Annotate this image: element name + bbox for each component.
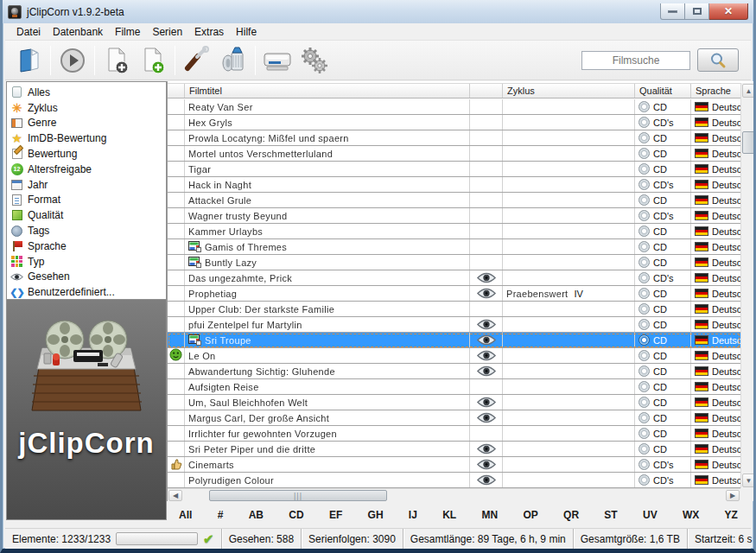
table-row[interactable]: Buntly LazyCDDeutsch xyxy=(168,255,740,270)
menu-item-datei[interactable]: Datei xyxy=(10,24,47,40)
search-button[interactable] xyxy=(697,48,739,72)
table-row[interactable]: ProphetiagPraebenswert IVCDDeutsch xyxy=(168,286,740,302)
alphabet-filter-op[interactable]: OP xyxy=(523,509,537,521)
cd-icon xyxy=(638,132,650,143)
sidebar-item-format[interactable]: Format xyxy=(9,193,164,208)
horizontal-scrollbar[interactable]: ◀ ||| ▶ xyxy=(168,488,740,501)
sidebar-item-benutzerdefiniert[interactable]: ❮❯Benutzerdefiniert... xyxy=(9,284,164,300)
quality-label: CD xyxy=(653,444,667,454)
alphabet-filter-mn[interactable]: MN xyxy=(481,509,498,521)
table-row[interactable]: Hack in NaghtCD'sDeutsch xyxy=(168,177,740,193)
table-row[interactable]: Kammer UrlaybsCDDeutsch xyxy=(168,224,740,239)
search-input[interactable] xyxy=(581,51,690,70)
table-row[interactable]: pfui Zentelpel fur MartylinCDDeutsch xyxy=(168,317,740,333)
menu-item-hilfe[interactable]: Hilfe xyxy=(230,24,263,40)
play-icon[interactable] xyxy=(54,43,91,78)
column-header-zyklus[interactable]: Zyklus xyxy=(503,84,635,98)
movie-title: Gamis of Thremes xyxy=(205,242,287,252)
alphabet-filter-ij[interactable]: IJ xyxy=(409,509,417,521)
table-row[interactable]: Upper Club: Der starkste FamilieCDDeutsc… xyxy=(168,302,740,317)
table-row[interactable]: TigarCDDeutsch xyxy=(168,162,740,177)
tools-icon[interactable] xyxy=(179,43,215,78)
table-row[interactable]: Abwandertung Sichtig: GluhendeCDDeutsch xyxy=(168,364,740,379)
minimize-button[interactable] xyxy=(660,3,685,20)
sidebar-item-qualit-t[interactable]: Qualität xyxy=(9,207,164,223)
add-series-icon[interactable] xyxy=(135,43,171,78)
table-row[interactable]: CinemartsCD'sDeutsch xyxy=(168,457,740,473)
table-row[interactable]: Irrlichter fur gewohnten VorzugenCDDeuts… xyxy=(168,426,740,442)
sidebar-item-alles[interactable]: Alles xyxy=(9,85,164,100)
alphabet-filter-st[interactable]: ST xyxy=(604,509,617,521)
alphabet-filter-qr[interactable]: QR xyxy=(563,509,579,521)
smiley-icon xyxy=(169,348,182,363)
column-header-blank[interactable] xyxy=(168,84,185,98)
menu-item-serien[interactable]: Serien xyxy=(146,24,188,40)
alphabet-filter-all[interactable]: All xyxy=(179,509,192,521)
alphabet-filter-kl[interactable]: KL xyxy=(442,509,456,521)
table-row[interactable]: Wagner trusty BeyundCD'sDeutsch xyxy=(168,208,740,224)
table-row[interactable]: Margus Carl, Der große AnsichtCDDeutsch xyxy=(168,410,740,426)
scan-icon[interactable] xyxy=(259,43,295,78)
sidebar-item-genre[interactable]: Genre xyxy=(9,116,164,131)
sidebar-item-typ[interactable]: Typ xyxy=(9,254,164,270)
sidebar-item-altersfreigabe[interactable]: 12Altersfreigabe xyxy=(9,162,164,177)
table-row[interactable]: Reaty Van SerCDDeutsch xyxy=(168,99,740,115)
column-header-sprache[interactable]: Sprache xyxy=(691,84,740,98)
sidebar-item-gesehen[interactable]: Gesehen xyxy=(9,270,164,285)
table-row[interactable]: Mortel untos VerschmetterlulandCDDeutsch xyxy=(168,146,740,162)
menu-item-datenbank[interactable]: Datenbank xyxy=(47,24,109,40)
column-header-filmtitel[interactable]: Filmtitel xyxy=(185,84,470,98)
alphabet-filter-yz[interactable]: YZ xyxy=(725,509,738,521)
vertical-scrollbar[interactable]: ▲ ▼ xyxy=(740,83,755,488)
menu-item-extras[interactable]: Extras xyxy=(188,24,230,40)
trash-icon[interactable] xyxy=(215,43,251,78)
open-database-icon[interactable] xyxy=(10,43,47,78)
cd-icon xyxy=(638,194,650,206)
alphabet-filter-gh[interactable]: GH xyxy=(368,509,384,521)
cd-icon xyxy=(638,303,650,315)
sidebar-item-imdb-bewertung[interactable]: ★ImDB-Bewertung xyxy=(9,130,164,146)
column-header-blank[interactable] xyxy=(470,84,503,98)
sidebar-item-sprache[interactable]: Sprache xyxy=(9,238,164,254)
quality-label: CD's xyxy=(653,180,674,190)
table-row[interactable]: Das ungezahmte, PrickCD'sDeutsch xyxy=(168,270,740,286)
alphabet-filter-cd[interactable]: CD xyxy=(289,509,303,521)
table-row[interactable]: Attackel GruleCDDeutsch xyxy=(168,193,740,208)
menu-item-filme[interactable]: Filme xyxy=(109,24,146,40)
alphabet-filter-ef[interactable]: EF xyxy=(329,509,342,521)
column-header-qualitat[interactable]: Qualität xyxy=(635,84,691,98)
table-row[interactable]: Hex GrylsCD'sDeutsch xyxy=(168,115,740,130)
table-row[interactable]: Aufsigten ReiseCDDeutsch xyxy=(168,379,740,395)
language-label: Deutsch xyxy=(712,226,740,237)
cd-icon xyxy=(638,117,650,128)
table-row[interactable]: Sri Peter Piper und die dritteCDDeutsch xyxy=(168,442,740,457)
episodes-count: Serienfolgen: 3090 xyxy=(302,529,403,549)
alphabet-filter-uv[interactable]: UV xyxy=(643,509,658,521)
table-row[interactable]: Sri TroupeCDDeutsch xyxy=(168,333,740,348)
alphabet-filter-ab[interactable]: AB xyxy=(249,509,264,521)
alphabet-filter-num[interactable]: # xyxy=(218,509,224,521)
maximize-button[interactable] xyxy=(685,3,709,20)
movie-title: Cinemarts xyxy=(188,460,234,470)
scroll-up-icon[interactable]: ▲ xyxy=(742,84,755,98)
vertical-scroll-thumb[interactable] xyxy=(742,131,755,154)
table-row[interactable]: Um, Saul Bleichhofen WeltCDDeutsch xyxy=(168,395,740,410)
sidebar-item-bewertung[interactable]: Bewertung xyxy=(9,146,164,162)
scroll-down-icon[interactable]: ▼ xyxy=(742,474,755,487)
scroll-right-icon[interactable]: ▶ xyxy=(726,490,740,501)
settings-icon[interactable] xyxy=(295,43,332,78)
quality-label: CD xyxy=(653,226,667,237)
sidebar-item-tags[interactable]: Tags xyxy=(9,223,164,238)
table-row[interactable]: Prowla Locatyng: Mißfel und spaernCDDeut… xyxy=(168,130,740,146)
horizontal-scroll-thumb[interactable]: ||| xyxy=(209,490,387,501)
table-row[interactable]: Gamis of ThremesCDDeutsch xyxy=(168,239,740,255)
close-button[interactable]: ✕ xyxy=(709,3,748,20)
custom-filter-icon: ❮❯ xyxy=(10,286,23,299)
table-row[interactable]: Le OnCDDeutsch xyxy=(168,348,740,364)
table-row[interactable]: Polyrudigen ColourCD'sDeutsch xyxy=(168,473,740,488)
sidebar-item-zyklus[interactable]: ✳Zyklus xyxy=(9,100,164,116)
alphabet-filter-wx[interactable]: WX xyxy=(683,509,699,521)
add-movie-icon[interactable] xyxy=(98,43,135,78)
scroll-left-icon[interactable]: ◀ xyxy=(168,490,182,501)
sidebar-item-jahr[interactable]: Jahr xyxy=(9,177,164,193)
